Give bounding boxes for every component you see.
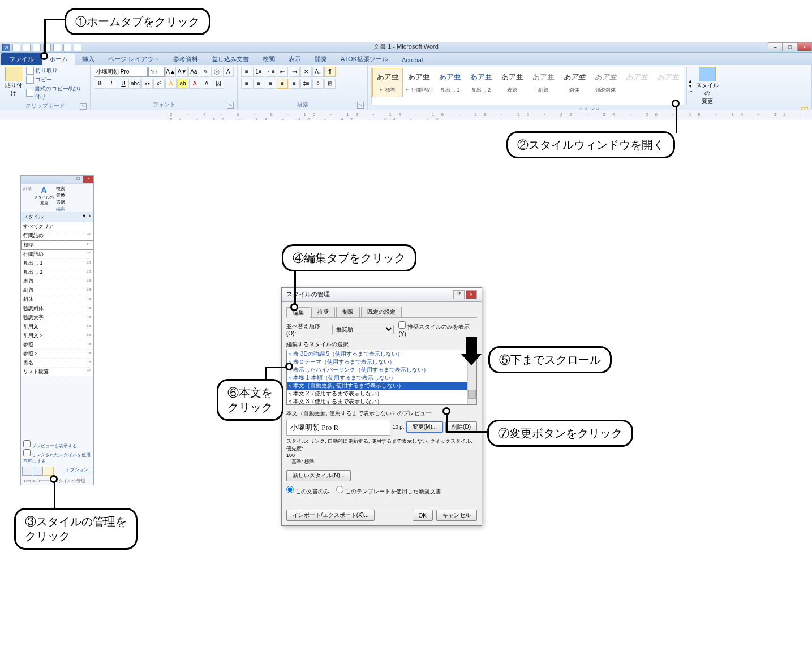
style-list-item[interactable]: 強調太字a xyxy=(21,313,93,322)
qat-icon-7[interactable] xyxy=(74,44,81,51)
paragraph-launcher[interactable]: ⤡ xyxy=(357,102,364,109)
qat-save-icon[interactable] xyxy=(12,44,20,51)
style-list-item[interactable]: リスト段落↵ xyxy=(21,368,93,377)
tab-acrobat[interactable]: Acrobat xyxy=(395,55,430,65)
pane-close-button[interactable]: × xyxy=(83,176,93,183)
pane-options-link[interactable]: オプション... xyxy=(66,467,92,476)
format-painter-button[interactable]: 書式のコピー/貼り付け xyxy=(26,85,87,101)
qat-icon-6[interactable] xyxy=(63,44,71,51)
char-shading-button[interactable]: 囚 xyxy=(213,79,224,89)
tab-reference[interactable]: 参考資料 xyxy=(166,53,205,65)
style-list-item[interactable]: 行間詰め↵ xyxy=(21,250,93,259)
style-item-h2[interactable]: あア亜見出し 2 xyxy=(466,68,496,97)
italic-button[interactable]: I xyxy=(106,79,117,89)
char-border-button[interactable]: A xyxy=(201,79,212,89)
tab-layout[interactable]: ページ レイアウト xyxy=(101,53,166,65)
enclose-button[interactable]: A xyxy=(223,67,234,77)
show-marks-button[interactable]: ¶ xyxy=(324,67,336,77)
align-left-button[interactable]: ≡ xyxy=(241,79,252,89)
highlight-button[interactable]: ab xyxy=(177,79,188,89)
style-list-item[interactable]: 強調斜体a xyxy=(21,304,93,313)
radio-this-doc[interactable]: この文書のみ xyxy=(286,486,329,495)
font-launcher[interactable]: ⤡ xyxy=(227,102,234,109)
phonetic-button[interactable]: ㋐ xyxy=(211,67,222,77)
strike-button[interactable]: abc xyxy=(130,79,141,89)
copy-button[interactable]: コピー xyxy=(26,76,87,84)
style-list-item[interactable]: 行間詰め↵ xyxy=(21,231,93,240)
style-list-item[interactable]: 見出し 2⟂a xyxy=(21,268,93,277)
dialog-style-item[interactable]: ¶ 本塊 1-本順（使用するまで表示しない） xyxy=(287,374,476,382)
import-export-button[interactable]: インポート/エクスポート(X)... xyxy=(286,510,375,521)
underline-button[interactable]: U xyxy=(118,79,129,89)
text-effects-button[interactable]: A xyxy=(165,79,177,89)
dialog-style-item[interactable]: ¶ 表 3Dの強調 5（使用するまで表示しない） xyxy=(287,350,476,358)
dialog-style-item[interactable]: ¶ 表示したハイパーリンク（使用するまで表示しない） xyxy=(287,366,476,374)
multilevel-button[interactable]: ⋮≡ xyxy=(265,67,276,77)
dialog-tab-recommend[interactable]: 推奨 xyxy=(311,307,335,317)
style-item-subtitle[interactable]: あア亜副題 xyxy=(528,68,558,97)
style-list-item[interactable]: すべてクリア xyxy=(21,222,93,231)
font-size-combo[interactable]: 10 xyxy=(148,67,165,77)
numbering-button[interactable]: 1≡ xyxy=(253,67,264,77)
tab-file[interactable]: ファイル xyxy=(1,53,42,65)
tab-dev[interactable]: 開発 xyxy=(308,53,334,65)
maximize-button[interactable]: □ xyxy=(783,42,797,51)
style-list-item[interactable]: 参照 2a xyxy=(21,350,93,359)
sort-button[interactable]: A↓ xyxy=(312,67,324,77)
asian-layout-button[interactable]: ✕ xyxy=(300,67,312,77)
clipboard-launcher[interactable]: ⤡ xyxy=(80,103,87,110)
ruler[interactable]: 2 · 4 · 6 · 8 · 10 · 12 · 14 · 16 · 18 ·… xyxy=(0,110,812,120)
dialog-style-item[interactable]: ¶ 本文（自動更新, 使用するまで表示しない） xyxy=(287,382,476,390)
style-gallery-more[interactable]: ▲▼⋯ xyxy=(686,67,694,105)
pane-find[interactable]: 検索 xyxy=(56,186,65,192)
style-item-italic[interactable]: あア亜斜体 xyxy=(559,68,590,97)
paste-button[interactable]: 貼り付け xyxy=(3,67,24,101)
style-list-item[interactable]: 表題⟂a xyxy=(21,277,93,286)
dialog-help-button[interactable]: ? xyxy=(453,290,465,299)
dialog-style-item[interactable]: ¶ 本文 3（使用するまで表示しない） xyxy=(287,398,476,405)
style-select-list[interactable]: ¶ 表 3Dの強調 5（使用するまで表示しない）¶ 表Ｏテーマ（使用するまで表示… xyxy=(286,350,477,405)
shrink-font-button[interactable]: A▼ xyxy=(177,67,187,77)
grow-font-button[interactable]: A▲ xyxy=(165,67,176,77)
change-case-button[interactable]: Aa xyxy=(188,67,199,77)
bullets-button[interactable]: ≡ xyxy=(241,67,252,77)
styles-pane-dropdown-icon[interactable]: ▼ × xyxy=(81,213,91,221)
qat-undo-icon[interactable] xyxy=(23,44,31,51)
style-item-normal[interactable]: あア亜↵ 標準 xyxy=(372,68,403,97)
justify-button[interactable]: ≡ xyxy=(277,79,288,89)
preview-checkbox[interactable]: プレビューを表示する xyxy=(23,440,91,449)
dialog-titlebar[interactable]: スタイルの管理 ? × xyxy=(282,288,482,302)
styles-list[interactable]: すべてクリア行間詰め↵標準↵行間詰め↵見出し 1⟂a見出し 2⟂a表題⟂a副題⟂… xyxy=(21,222,93,377)
close-button[interactable]: × xyxy=(797,42,812,51)
borders-button[interactable]: ⊞ xyxy=(324,79,336,89)
dialog-tab-defaults[interactable]: 既定の設定 xyxy=(361,307,402,317)
style-item-h1[interactable]: あア亜見出し 1 xyxy=(435,68,465,97)
tab-review[interactable]: 校閲 xyxy=(256,53,282,65)
pane-max-button[interactable]: □ xyxy=(73,176,83,183)
pane-slash-button[interactable]: 斜体 xyxy=(23,186,32,210)
pane-replace[interactable]: 置換 xyxy=(56,192,65,199)
subscript-button[interactable]: x₂ xyxy=(141,79,153,89)
clear-format-button[interactable]: ✎ xyxy=(200,67,210,77)
bold-button[interactable]: B xyxy=(94,79,105,89)
pane-change-styles[interactable]: A スタイルの 変更 xyxy=(34,186,54,210)
new-style-button[interactable]: 新しいスタイル(N)... xyxy=(286,470,351,481)
font-name-combo[interactable]: 小塚明朝 Pro xyxy=(94,67,148,77)
align-center-button[interactable]: ≡ xyxy=(253,79,264,89)
font-color-button[interactable]: A xyxy=(189,79,200,89)
style-item-emphasis[interactable]: あア亜強調斜体 xyxy=(590,68,621,97)
style-list-item[interactable]: 引用文⟂a xyxy=(21,322,93,331)
pane-select[interactable]: 選択 xyxy=(56,199,65,205)
superscript-button[interactable]: x² xyxy=(153,79,165,89)
distribute-button[interactable]: ≡ xyxy=(289,79,300,89)
minimize-button[interactable]: – xyxy=(768,42,783,51)
dialog-style-item[interactable]: ¶ 本文 2（使用するまで表示しない） xyxy=(287,390,476,398)
tab-view[interactable]: 表示 xyxy=(282,53,308,65)
style-item-9[interactable]: あア亜 xyxy=(652,68,683,97)
change-styles-button[interactable]: スタイルの 変更 xyxy=(696,67,719,105)
style-item-title[interactable]: あア亜表題 xyxy=(497,68,527,97)
dec-indent-button[interactable]: ⇤ xyxy=(277,67,288,77)
qat-icon-5[interactable] xyxy=(53,44,61,51)
dialog-close-button[interactable]: × xyxy=(466,290,477,299)
inspector-button[interactable] xyxy=(33,467,43,476)
